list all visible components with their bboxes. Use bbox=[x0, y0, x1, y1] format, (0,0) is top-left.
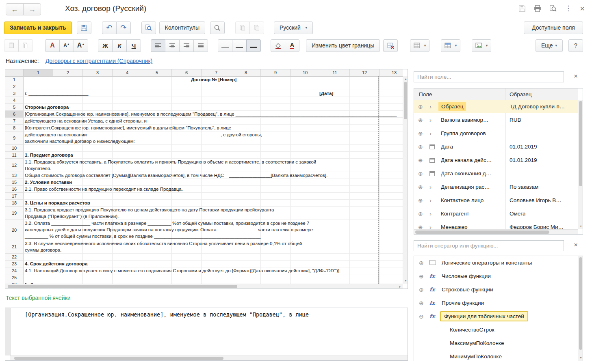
save-button[interactable] bbox=[77, 22, 91, 34]
sheet-row-content-20[interactable]: 3.2. Оплата _______________ части платеж… bbox=[24, 220, 403, 240]
row-header-12[interactable]: 12 bbox=[5, 159, 24, 172]
column-header-4[interactable]: 4 bbox=[113, 69, 142, 76]
sheet-row-content-19[interactable]: 3.1. Продавец продает продукцию Покупате… bbox=[24, 207, 403, 220]
decrease-font-size-button[interactable]: А▲ bbox=[59, 39, 74, 52]
sheet-row-content-16[interactable]: 2.1. Право собственности на продукцию пе… bbox=[24, 186, 403, 193]
column-header-7[interactable]: 7 bbox=[202, 69, 231, 76]
find-in-document-button[interactable] bbox=[141, 22, 156, 34]
row-header-20[interactable]: 20 bbox=[5, 220, 24, 240]
scroll-thumb[interactable] bbox=[8, 285, 237, 288]
headers-footers-button[interactable]: Колонтитулы bbox=[159, 22, 205, 34]
paste-format-icon[interactable] bbox=[4, 39, 19, 52]
row-header-2[interactable]: 2 bbox=[5, 83, 24, 90]
sheet-row-content-10[interactable] bbox=[24, 145, 403, 152]
sheet-row-content-25[interactable] bbox=[24, 274, 403, 281]
text-color-button[interactable]: А bbox=[285, 39, 299, 52]
field-row[interactable]: ⊕Дата начала дейс…01.01.2019 bbox=[414, 153, 578, 167]
clear-search-icon[interactable]: × bbox=[574, 242, 578, 248]
clear-search-icon[interactable]: × bbox=[574, 73, 578, 80]
column-header-10[interactable]: 10 bbox=[291, 69, 320, 76]
save-icon[interactable] bbox=[518, 5, 526, 12]
row-header-3[interactable]: 3 bbox=[5, 90, 24, 97]
expand-plus-icon[interactable]: ⊕ bbox=[418, 224, 425, 230]
function-item[interactable]: КоличествоСтрок bbox=[414, 323, 578, 336]
function-group[interactable]: ⊕fxЧисловые функции bbox=[414, 269, 578, 283]
column-header-1[interactable]: 1 bbox=[24, 69, 53, 76]
select-all-corner[interactable] bbox=[5, 69, 24, 76]
language-select[interactable]: Русский ▾ bbox=[274, 22, 313, 34]
undo-button[interactable]: ↶ bbox=[102, 22, 117, 34]
search-functions-input[interactable] bbox=[414, 240, 564, 251]
sheet-row-content-24[interactable]: 4.1. Настоящий Договор вступает в силу с… bbox=[24, 267, 403, 274]
row-header-11[interactable]: 11 bbox=[5, 152, 24, 159]
row-header-7[interactable]: 7 bbox=[5, 118, 24, 125]
sheet-row-content-23[interactable]: 4. Срок действия договора bbox=[24, 261, 403, 267]
sheet-row-content-2[interactable] bbox=[24, 83, 403, 90]
border-thick-button[interactable] bbox=[246, 39, 261, 52]
collapse-icon[interactable]: ⊖ bbox=[419, 313, 425, 320]
scroll-right-icon[interactable]: ► bbox=[399, 285, 401, 289]
field-row[interactable]: ⊕›МенеджерФедоров Борис Ми… bbox=[414, 220, 578, 229]
back-button[interactable]: ← bbox=[6, 3, 24, 15]
italic-button[interactable]: К bbox=[112, 39, 127, 52]
paste-appearance-button[interactable] bbox=[249, 22, 264, 34]
clear-borders-button[interactable] bbox=[383, 39, 398, 52]
expand-plus-icon[interactable]: ⊕ bbox=[418, 103, 425, 110]
expand-plus-icon[interactable]: ⊕ bbox=[418, 170, 425, 177]
row-header-24[interactable]: 24 bbox=[5, 267, 24, 274]
function-group[interactable]: ⊖fxФункции для табличных частей bbox=[414, 310, 578, 323]
field-row[interactable]: ⊕›ОбразецТД Договор купли-п… bbox=[414, 100, 578, 113]
border-medium-button[interactable] bbox=[232, 39, 247, 52]
row-header-6[interactable]: 6 bbox=[5, 111, 24, 118]
scroll-thumb[interactable] bbox=[404, 82, 407, 119]
scroll-down-icon[interactable]: ▼ bbox=[404, 279, 407, 283]
selected-cell-text[interactable]: [Организация.Сокращенное юр. наименовани… bbox=[25, 311, 408, 318]
expand-plus-icon[interactable]: ⊕ bbox=[418, 197, 425, 204]
border-thin-button[interactable] bbox=[218, 39, 232, 52]
functions-vertical-scrollbar[interactable]: ▼ bbox=[578, 256, 583, 361]
find-icon[interactable] bbox=[549, 5, 557, 12]
row-header-18[interactable]: 18 bbox=[5, 200, 24, 207]
sheet-vertical-scrollbar[interactable]: ▲ ▼ bbox=[403, 76, 408, 284]
save-and-close-button[interactable]: Записать и закрыть bbox=[4, 22, 72, 34]
available-fields-button[interactable]: Доступные поля bbox=[524, 22, 583, 34]
expand-plus-icon[interactable]: ⊕ bbox=[418, 157, 425, 164]
scroll-thumb[interactable] bbox=[14, 357, 223, 360]
sheet-row-content-15[interactable]: 2. Условия поставки bbox=[24, 179, 403, 186]
field-row[interactable]: ⊕›Группа договоров bbox=[414, 127, 578, 140]
expand-icon[interactable]: ⊕ bbox=[419, 286, 425, 293]
kebab-menu-icon[interactable]: ⋮ bbox=[565, 5, 572, 12]
field-column-header[interactable]: Поле bbox=[414, 91, 432, 97]
font-button[interactable]: А bbox=[45, 39, 60, 52]
column-header-12[interactable]: 12 bbox=[350, 69, 379, 76]
column-header-11[interactable]: 11 bbox=[320, 69, 350, 76]
function-group[interactable]: ⊕Логические операторы и константы bbox=[414, 256, 578, 269]
search-fields-input[interactable] bbox=[414, 71, 564, 82]
expand-plus-icon[interactable]: ⊕ bbox=[418, 211, 425, 217]
assignment-link[interactable]: Договоры с контрагентами (Справочник) bbox=[46, 58, 153, 64]
row-header-5[interactable]: 5 bbox=[5, 104, 24, 111]
field-row[interactable]: ⊕›КонтрагентОмега bbox=[414, 207, 578, 220]
sample-column-header[interactable]: Образец bbox=[510, 91, 531, 97]
row-header-15[interactable]: 15 bbox=[5, 179, 24, 186]
row-header-25[interactable]: 25 bbox=[5, 274, 24, 281]
sheet-row-content-11[interactable]: 1. Предмет договора bbox=[24, 152, 403, 159]
change-border-color-button[interactable]: Изменить цвет границы bbox=[306, 39, 380, 52]
column-header-5[interactable]: 5 bbox=[142, 69, 172, 76]
row-header-23[interactable]: 23 bbox=[5, 261, 24, 267]
expand-icon[interactable]: ⊕ bbox=[419, 300, 425, 306]
expand-icon[interactable]: ⊕ bbox=[419, 260, 425, 266]
scroll-thumb[interactable] bbox=[579, 257, 582, 350]
row-header-1[interactable]: 1 bbox=[5, 76, 24, 83]
function-item[interactable]: МинимумПоКолонке bbox=[414, 350, 578, 361]
bold-button[interactable]: Ж bbox=[98, 39, 113, 52]
help-button[interactable]: ? bbox=[568, 39, 583, 52]
copy-format-icon[interactable] bbox=[18, 39, 33, 52]
scroll-down-icon[interactable]: ▼ bbox=[579, 356, 582, 360]
row-header-8[interactable]: 8 bbox=[5, 125, 24, 131]
row-header-10[interactable]: 10 bbox=[5, 145, 24, 152]
more-button[interactable]: Еще ▾ bbox=[536, 39, 563, 52]
row-header-22[interactable]: 22 bbox=[5, 254, 24, 261]
field-row[interactable]: ⊕›Контактное лицоСоловьев Игорь В… bbox=[414, 194, 578, 207]
expand-plus-icon[interactable]: ⊕ bbox=[418, 144, 425, 150]
